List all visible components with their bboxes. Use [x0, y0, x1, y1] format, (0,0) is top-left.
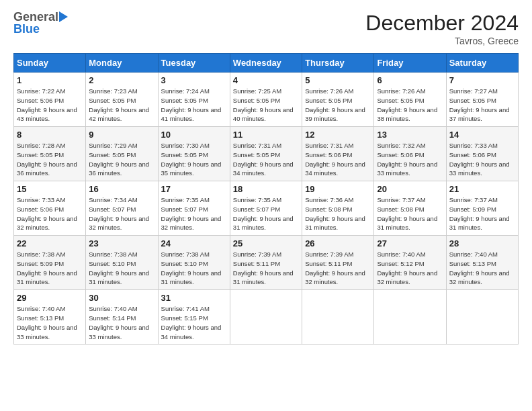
day-number: 23 [89, 238, 154, 248]
day-info: Sunrise: 7:38 AM Sunset: 5:09 PM Dayligh… [17, 250, 83, 287]
calendar-day-cell: 10 Sunrise: 7:30 AM Sunset: 5:05 PM Dayl… [158, 127, 230, 181]
day-number: 8 [17, 130, 83, 140]
calendar-day-cell: 12 Sunrise: 7:31 AM Sunset: 5:06 PM Dayl… [302, 127, 374, 181]
calendar-day-cell: 24 Sunrise: 7:38 AM Sunset: 5:10 PM Dayl… [158, 236, 230, 290]
calendar-header-cell: Wednesday [230, 54, 302, 73]
day-number: 19 [305, 184, 371, 194]
day-number: 26 [305, 238, 371, 248]
day-info: Sunrise: 7:34 AM Sunset: 5:07 PM Dayligh… [89, 195, 154, 232]
calendar-day-cell: 13 Sunrise: 7:32 AM Sunset: 5:06 PM Dayl… [374, 127, 446, 181]
day-info: Sunrise: 7:38 AM Sunset: 5:10 PM Dayligh… [161, 250, 227, 287]
calendar-header-cell: Saturday [446, 54, 518, 73]
day-info: Sunrise: 7:25 AM Sunset: 5:05 PM Dayligh… [233, 87, 299, 124]
day-number: 22 [17, 238, 83, 248]
day-info: Sunrise: 7:38 AM Sunset: 5:10 PM Dayligh… [89, 250, 154, 287]
calendar-header-row: SundayMondayTuesdayWednesdayThursdayFrid… [14, 54, 519, 73]
day-info: Sunrise: 7:26 AM Sunset: 5:05 PM Dayligh… [377, 87, 443, 124]
day-info: Sunrise: 7:33 AM Sunset: 5:06 PM Dayligh… [449, 141, 515, 178]
day-number: 7 [449, 75, 515, 85]
calendar-week-row: 15 Sunrise: 7:33 AM Sunset: 5:06 PM Dayl… [14, 181, 519, 236]
day-number: 9 [89, 130, 154, 140]
day-info: Sunrise: 7:39 AM Sunset: 5:11 PM Dayligh… [233, 250, 299, 287]
calendar-day-cell [446, 290, 518, 345]
day-info: Sunrise: 7:31 AM Sunset: 5:06 PM Dayligh… [305, 141, 371, 178]
title-block: December 2024 Tavros, Greece [365, 11, 519, 46]
calendar-table: SundayMondayTuesdayWednesdayThursdayFrid… [13, 53, 519, 345]
calendar-day-cell: 20 Sunrise: 7:37 AM Sunset: 5:08 PM Dayl… [374, 181, 446, 236]
day-info: Sunrise: 7:32 AM Sunset: 5:06 PM Dayligh… [377, 141, 443, 178]
day-number: 17 [161, 184, 227, 194]
day-info: Sunrise: 7:29 AM Sunset: 5:05 PM Dayligh… [89, 141, 154, 178]
day-info: Sunrise: 7:33 AM Sunset: 5:06 PM Dayligh… [17, 195, 83, 232]
day-number: 30 [89, 293, 154, 303]
logo-general: General [13, 11, 58, 23]
calendar-day-cell: 19 Sunrise: 7:36 AM Sunset: 5:08 PM Dayl… [302, 181, 374, 236]
calendar-day-cell: 2 Sunrise: 7:23 AM Sunset: 5:05 PM Dayli… [86, 73, 158, 127]
calendar-header-cell: Monday [86, 54, 158, 73]
calendar-day-cell: 28 Sunrise: 7:40 AM Sunset: 5:13 PM Dayl… [446, 236, 518, 290]
day-number: 5 [305, 75, 371, 85]
day-number: 3 [161, 75, 227, 85]
calendar-header-cell: Thursday [302, 54, 374, 73]
day-number: 20 [377, 184, 443, 194]
day-info: Sunrise: 7:40 AM Sunset: 5:13 PM Dayligh… [449, 250, 515, 287]
day-info: Sunrise: 7:27 AM Sunset: 5:05 PM Dayligh… [449, 87, 515, 124]
day-number: 28 [449, 238, 515, 248]
header: General Blue December 2024 Tavros, Greec… [13, 11, 519, 46]
calendar-day-cell: 25 Sunrise: 7:39 AM Sunset: 5:11 PM Dayl… [230, 236, 302, 290]
calendar-day-cell: 17 Sunrise: 7:35 AM Sunset: 5:07 PM Dayl… [158, 181, 230, 236]
calendar-week-row: 1 Sunrise: 7:22 AM Sunset: 5:06 PM Dayli… [14, 73, 519, 127]
calendar-day-cell: 16 Sunrise: 7:34 AM Sunset: 5:07 PM Dayl… [86, 181, 158, 236]
day-info: Sunrise: 7:31 AM Sunset: 5:05 PM Dayligh… [233, 141, 299, 178]
calendar-week-row: 22 Sunrise: 7:38 AM Sunset: 5:09 PM Dayl… [14, 236, 519, 290]
calendar-day-cell: 26 Sunrise: 7:39 AM Sunset: 5:11 PM Dayl… [302, 236, 374, 290]
logo: General Blue [13, 11, 68, 35]
day-number: 25 [233, 238, 299, 248]
logo-triangle-icon [59, 11, 68, 22]
calendar-day-cell: 30 Sunrise: 7:40 AM Sunset: 5:14 PM Dayl… [86, 290, 158, 345]
calendar-body: 1 Sunrise: 7:22 AM Sunset: 5:06 PM Dayli… [14, 73, 519, 345]
day-info: Sunrise: 7:26 AM Sunset: 5:05 PM Dayligh… [305, 87, 371, 124]
day-info: Sunrise: 7:37 AM Sunset: 5:08 PM Dayligh… [377, 195, 443, 232]
calendar-day-cell: 27 Sunrise: 7:40 AM Sunset: 5:12 PM Dayl… [374, 236, 446, 290]
calendar-day-cell: 6 Sunrise: 7:26 AM Sunset: 5:05 PM Dayli… [374, 73, 446, 127]
month-title: December 2024 [365, 11, 519, 36]
day-number: 16 [89, 184, 154, 194]
day-number: 6 [377, 75, 443, 85]
calendar-day-cell: 5 Sunrise: 7:26 AM Sunset: 5:05 PM Dayli… [302, 73, 374, 127]
day-number: 11 [233, 130, 299, 140]
calendar-day-cell: 15 Sunrise: 7:33 AM Sunset: 5:06 PM Dayl… [14, 181, 86, 236]
day-info: Sunrise: 7:40 AM Sunset: 5:12 PM Dayligh… [377, 250, 443, 287]
calendar-day-cell: 18 Sunrise: 7:35 AM Sunset: 5:07 PM Dayl… [230, 181, 302, 236]
day-info: Sunrise: 7:39 AM Sunset: 5:11 PM Dayligh… [305, 250, 371, 287]
day-number: 29 [17, 293, 83, 303]
calendar-day-cell [230, 290, 302, 345]
day-info: Sunrise: 7:41 AM Sunset: 5:15 PM Dayligh… [161, 304, 227, 341]
calendar-day-cell: 8 Sunrise: 7:28 AM Sunset: 5:05 PM Dayli… [14, 127, 86, 181]
calendar-day-cell: 9 Sunrise: 7:29 AM Sunset: 5:05 PM Dayli… [86, 127, 158, 181]
calendar-day-cell: 22 Sunrise: 7:38 AM Sunset: 5:09 PM Dayl… [14, 236, 86, 290]
calendar-header-cell: Tuesday [158, 54, 230, 73]
day-number: 1 [17, 75, 83, 85]
calendar-header-cell: Sunday [14, 54, 86, 73]
calendar-day-cell: 11 Sunrise: 7:31 AM Sunset: 5:05 PM Dayl… [230, 127, 302, 181]
calendar-day-cell [374, 290, 446, 345]
day-info: Sunrise: 7:35 AM Sunset: 5:07 PM Dayligh… [161, 195, 227, 232]
day-info: Sunrise: 7:30 AM Sunset: 5:05 PM Dayligh… [161, 141, 227, 178]
day-number: 15 [17, 184, 83, 194]
calendar-week-row: 29 Sunrise: 7:40 AM Sunset: 5:13 PM Dayl… [14, 290, 519, 345]
calendar-day-cell: 7 Sunrise: 7:27 AM Sunset: 5:05 PM Dayli… [446, 73, 518, 127]
calendar-day-cell: 23 Sunrise: 7:38 AM Sunset: 5:10 PM Dayl… [86, 236, 158, 290]
day-number: 14 [449, 130, 515, 140]
calendar-day-cell: 1 Sunrise: 7:22 AM Sunset: 5:06 PM Dayli… [14, 73, 86, 127]
day-number: 10 [161, 130, 227, 140]
day-number: 13 [377, 130, 443, 140]
day-info: Sunrise: 7:40 AM Sunset: 5:13 PM Dayligh… [17, 304, 83, 341]
day-number: 18 [233, 184, 299, 194]
day-info: Sunrise: 7:36 AM Sunset: 5:08 PM Dayligh… [305, 195, 371, 232]
day-info: Sunrise: 7:35 AM Sunset: 5:07 PM Dayligh… [233, 195, 299, 232]
location: Tavros, Greece [365, 36, 519, 46]
calendar-day-cell: 4 Sunrise: 7:25 AM Sunset: 5:05 PM Dayli… [230, 73, 302, 127]
day-info: Sunrise: 7:22 AM Sunset: 5:06 PM Dayligh… [17, 87, 83, 124]
calendar-week-row: 8 Sunrise: 7:28 AM Sunset: 5:05 PM Dayli… [14, 127, 519, 181]
